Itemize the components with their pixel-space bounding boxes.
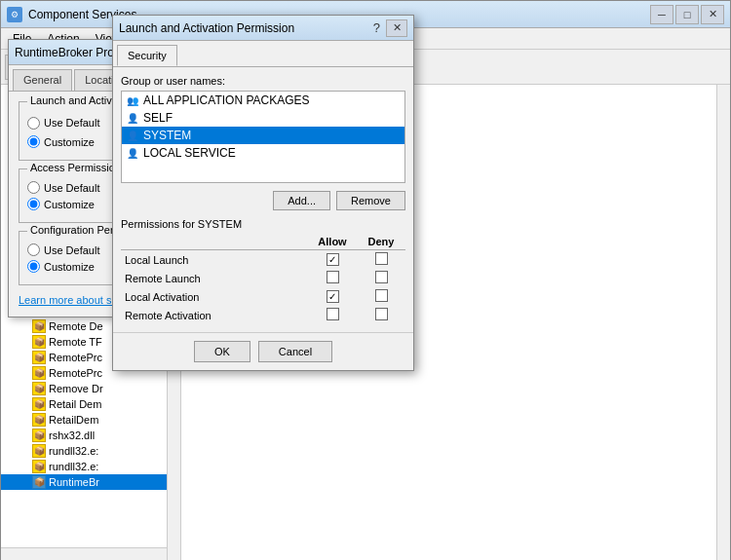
deny-checkbox[interactable] bbox=[375, 289, 388, 302]
perm-allow-cell[interactable] bbox=[308, 306, 357, 324]
dialog2-controls: ? ✕ bbox=[373, 19, 407, 37]
perm-name: Remote Launch bbox=[121, 269, 308, 287]
launch-customize-radio[interactable] bbox=[27, 135, 40, 148]
tree-item[interactable]: 📦 rundll32.e: bbox=[1, 459, 180, 474]
maximize-button[interactable]: □ bbox=[675, 5, 699, 24]
minimize-button[interactable]: ─ bbox=[650, 5, 673, 24]
tree-item-label: RuntimeBr bbox=[49, 476, 99, 488]
user-icon: 👤 bbox=[126, 129, 139, 142]
tree-folder-icon: 📦 bbox=[32, 366, 46, 380]
user-list[interactable]: 👥 ALL APPLICATION PACKAGES 👤 SELF 👤 SYST… bbox=[121, 91, 405, 183]
tree-expand-icon bbox=[19, 414, 30, 426]
tree-item-label: rundll32.e: bbox=[49, 445, 98, 457]
tree-expand-icon bbox=[19, 367, 30, 379]
config-customize-radio[interactable] bbox=[27, 260, 40, 273]
tree-expand-icon bbox=[19, 461, 30, 472]
tree-expand-icon bbox=[19, 398, 30, 410]
config-section-label: Configuration Per bbox=[27, 224, 117, 236]
add-button[interactable]: Add... bbox=[273, 191, 330, 210]
tree-item-label: RetailDem bbox=[49, 414, 98, 426]
tree-item[interactable]: 📦 RuntimeBr bbox=[1, 474, 180, 490]
ok-button[interactable]: OK bbox=[194, 341, 250, 362]
close-button[interactable]: ✕ bbox=[701, 5, 724, 24]
tree-expand-icon bbox=[19, 383, 30, 394]
user-item[interactable]: 👤 SYSTEM bbox=[122, 127, 404, 144]
dialog2-help-icon[interactable]: ? bbox=[373, 20, 380, 35]
add-remove-row: Add... Remove bbox=[121, 191, 405, 210]
tree-folder-icon: 📦 bbox=[32, 460, 46, 473]
permissions-section: Permissions for SYSTEM Allow Deny Local … bbox=[121, 218, 405, 324]
perm-deny-cell[interactable] bbox=[357, 287, 405, 306]
tree-folder-icon: 📦 bbox=[32, 475, 46, 489]
tree-folder-icon: 📦 bbox=[32, 429, 46, 442]
launch-customize-label: Customize bbox=[44, 136, 95, 148]
perm-allow-cell[interactable] bbox=[308, 250, 357, 270]
allow-checkbox[interactable] bbox=[327, 290, 339, 303]
permissions-table: Allow Deny Local Launch Remote Launch Lo… bbox=[121, 234, 405, 324]
allow-checkbox[interactable] bbox=[327, 271, 339, 283]
access-use-default-label: Use Default bbox=[44, 182, 99, 194]
tab-dialog2-security[interactable]: Security bbox=[117, 45, 177, 66]
tree-item-label: Remove Dr bbox=[49, 383, 103, 394]
access-customize-radio[interactable] bbox=[27, 198, 40, 210]
tree-expand-icon bbox=[19, 476, 30, 488]
tree-item[interactable]: 📦 rshx32.dll bbox=[1, 428, 180, 443]
permissions-header: Permissions for SYSTEM bbox=[121, 218, 405, 230]
tree-scrollbar-h[interactable] bbox=[1, 547, 167, 560]
tree-item[interactable]: 📦 rundll32.e: bbox=[1, 443, 180, 459]
launch-activation-permission-dialog: Launch and Activation Permission ? ✕ Sec… bbox=[112, 15, 414, 371]
perm-name: Local Launch bbox=[121, 250, 308, 270]
dialog2-close-button[interactable]: ✕ bbox=[386, 19, 407, 37]
perm-col-name bbox=[121, 234, 308, 250]
perm-allow-cell[interactable] bbox=[308, 269, 357, 287]
allow-checkbox[interactable] bbox=[327, 253, 339, 266]
tree-folder-icon: 📦 bbox=[32, 351, 46, 364]
tree-expand-icon bbox=[19, 320, 30, 332]
deny-checkbox[interactable] bbox=[375, 252, 388, 265]
user-item[interactable]: 👤 LOCAL SERVICE bbox=[122, 144, 404, 162]
tree-item[interactable]: 📦 Retail Dem bbox=[1, 396, 180, 412]
remove-button[interactable]: Remove bbox=[336, 191, 405, 210]
tree-item-label: Remote TF bbox=[49, 336, 102, 348]
tree-folder-icon: 📦 bbox=[32, 319, 46, 333]
security-content: Group or user names: 👥 ALL APPLICATION P… bbox=[113, 67, 413, 332]
tree-folder-icon: 📦 bbox=[32, 335, 46, 349]
access-use-default-radio[interactable] bbox=[27, 181, 40, 194]
perm-deny-cell[interactable] bbox=[357, 250, 405, 270]
tree-item-label: RemotePrc bbox=[49, 352, 102, 363]
tree-item[interactable]: 📦 RetailDem bbox=[1, 412, 180, 428]
dialog2-tabs: Security bbox=[113, 41, 413, 67]
tree-item[interactable]: 📦 Remove Dr bbox=[1, 381, 180, 396]
launch-use-default-radio[interactable] bbox=[27, 117, 40, 130]
tree-folder-icon: 📦 bbox=[32, 397, 46, 411]
dialog2-footer: OK Cancel bbox=[113, 332, 413, 370]
tab-general[interactable]: General bbox=[13, 69, 72, 91]
user-item[interactable]: 👥 ALL APPLICATION PACKAGES bbox=[122, 92, 404, 109]
user-name: LOCAL SERVICE bbox=[143, 146, 236, 160]
perm-deny-cell[interactable] bbox=[357, 306, 405, 324]
permission-row: Local Launch bbox=[121, 250, 405, 270]
tree-item-label: rundll32.e: bbox=[49, 461, 98, 472]
launch-use-default-label: Use Default bbox=[44, 117, 99, 129]
perm-name: Local Activation bbox=[121, 287, 308, 306]
perm-col-allow: Allow bbox=[308, 234, 357, 250]
tree-folder-icon: 📦 bbox=[32, 382, 46, 395]
allow-checkbox[interactable] bbox=[327, 308, 339, 320]
user-item[interactable]: 👤 SELF bbox=[122, 109, 404, 127]
dialog2-title: Launch and Activation Permission bbox=[119, 21, 373, 35]
config-use-default-radio[interactable] bbox=[27, 243, 40, 256]
permission-row: Local Activation bbox=[121, 287, 405, 306]
right-scrollbar-v[interactable] bbox=[716, 85, 730, 560]
tree-expand-icon bbox=[19, 336, 30, 348]
config-use-default-label: Use Default bbox=[44, 244, 99, 256]
permission-row: Remote Launch bbox=[121, 269, 405, 287]
tree-expand-icon bbox=[19, 429, 30, 441]
tree-item-label: Remote De bbox=[49, 320, 103, 332]
perm-deny-cell[interactable] bbox=[357, 269, 405, 287]
tree-item-label: RemotePrc bbox=[49, 367, 102, 379]
learn-more-link[interactable]: Learn more about se bbox=[19, 294, 118, 306]
deny-checkbox[interactable] bbox=[375, 308, 388, 320]
perm-allow-cell[interactable] bbox=[308, 287, 357, 306]
cancel-button[interactable]: Cancel bbox=[258, 341, 332, 362]
deny-checkbox[interactable] bbox=[375, 271, 388, 283]
